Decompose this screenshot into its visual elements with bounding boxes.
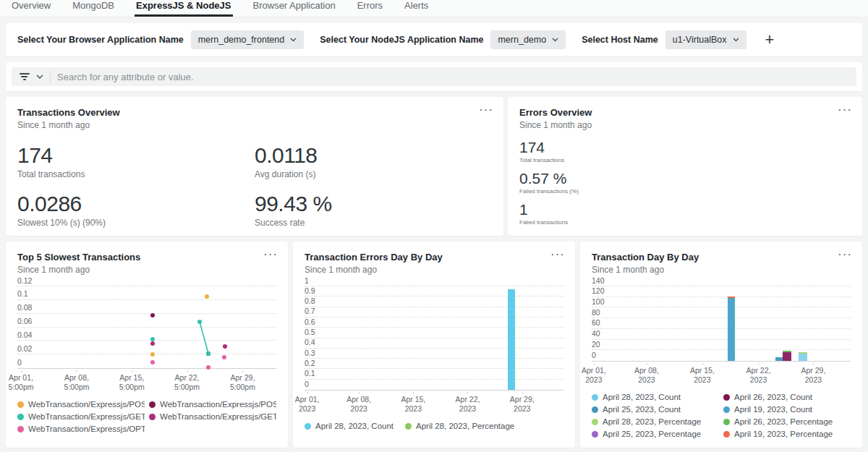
chart-point[interactable]: [223, 344, 227, 349]
card-menu-button[interactable]: ···: [263, 247, 278, 262]
search-input[interactable]: [57, 72, 849, 82]
x-axis-tick-label: Apr 22,5:00pm: [174, 373, 200, 392]
x-axis-tick-label: Apr 08,5:00pm: [64, 373, 89, 392]
metric-label: Failed transactions (%): [519, 188, 851, 195]
legend-color-dot: [149, 414, 156, 420]
chart-point[interactable]: [206, 351, 210, 356]
legend-item[interactable]: WebTransaction/Expressjs/POST//...: [17, 400, 145, 409]
y-axis-tick-label: 0.8: [305, 297, 315, 305]
legend-label: April 28, 2023, Percentage: [603, 417, 701, 426]
chart-gridline: [17, 354, 276, 354]
chart-bar-cap[interactable]: [728, 297, 735, 298]
card-menu-button[interactable]: ···: [479, 103, 493, 117]
tab-expressjs-nodejs[interactable]: ExpressJS & NodeJS: [135, 0, 233, 17]
legend-item[interactable]: April 28, 2023, Count: [305, 422, 393, 430]
legend-item[interactable]: WebTransaction/Expressjs/POST//r...: [149, 400, 276, 409]
chart-bar[interactable]: [508, 289, 515, 390]
legend-item[interactable]: WebTransaction/Expressjs/GET//re...: [149, 412, 276, 421]
chart-bar-cap[interactable]: [783, 351, 791, 351]
chart-bar[interactable]: [728, 298, 735, 361]
chart-point[interactable]: [150, 352, 155, 357]
nodejs-app-dropdown-value: mern_demo: [498, 35, 546, 45]
tab-errors[interactable]: Errors: [356, 0, 384, 17]
chart-bar[interactable]: [775, 357, 783, 361]
y-axis-tick-label: 40: [592, 330, 600, 338]
chart-point[interactable]: [150, 360, 155, 364]
transaction-errors-day-by-day-card: Transaction Errors Day By Day Since 1 mo…: [293, 242, 575, 448]
x-axis-tick-label: Apr 15,5:00pm: [119, 373, 145, 392]
scatter-plot-area: 00.020.040.060.080.10.12: [17, 286, 276, 369]
chart-gridline: [305, 307, 563, 307]
card-title: Top 5 Slowest Transactions: [17, 252, 276, 263]
chart-bar-cap[interactable]: [799, 352, 807, 353]
legend-item[interactable]: WebTransaction/Expressjs/GET//re...: [17, 412, 145, 421]
chart-point[interactable]: [197, 320, 202, 324]
browser-app-filter-label: Select Your Browser Application Name: [17, 35, 184, 45]
chevron-down-icon[interactable]: [36, 74, 43, 80]
filter-icon[interactable]: [19, 73, 30, 80]
chart-gridline: [592, 349, 851, 350]
legend-label: WebTransaction/Expressjs/POST//...: [28, 400, 145, 409]
legend-color-dot: [592, 419, 598, 425]
legend-item[interactable]: April 28, 2023, Count: [592, 393, 719, 401]
legend-item[interactable]: April 28, 2023, Percentage: [405, 422, 514, 430]
x-axis-tick-label: Apr 29,2023: [801, 366, 826, 385]
legend-label: WebTransaction/Expressjs/POST//r...: [160, 400, 276, 409]
card-title: Errors Overview: [519, 107, 851, 118]
metric-value: 174: [17, 143, 255, 167]
host-filter-group: Select Host Name u1-VirtualBox: [582, 30, 746, 49]
legend-item[interactable]: April 19, 2023, Percentage: [723, 430, 851, 438]
chart-point[interactable]: [150, 341, 155, 346]
metric-avg-duration: 0.0118 Avg duration (s): [255, 143, 492, 179]
y-axis-tick-label: 0.06: [17, 317, 32, 325]
card-menu-button[interactable]: ···: [838, 103, 852, 117]
chart-legend: April 28, 2023, CountApril 26, 2023, Cou…: [592, 393, 851, 438]
add-filter-button[interactable]: +: [762, 32, 778, 48]
chart-gridline: [17, 286, 276, 286]
tab-mongodb[interactable]: MongoDB: [71, 0, 116, 17]
card-menu-button[interactable]: ···: [838, 247, 852, 262]
legend-label: WebTransaction/Expressjs/OPTION...: [28, 425, 145, 433]
chart-gridline: [592, 307, 851, 307]
legend-color-dot: [592, 406, 598, 413]
legend-item[interactable]: WebTransaction/Expressjs/OPTION...: [17, 425, 145, 433]
legend-label: April 28, 2023, Percentage: [416, 422, 514, 430]
y-axis-tick-label: 0.3: [305, 349, 315, 357]
tab-overview[interactable]: Overview: [10, 0, 52, 17]
card-title: Transactions Overview: [17, 107, 492, 118]
y-axis-tick-label: 20: [592, 341, 600, 349]
search-input-wrap: [12, 67, 856, 86]
browser-app-dropdown[interactable]: mern_demo_frontend: [191, 30, 305, 49]
y-axis-tick-label: 60: [592, 319, 600, 327]
tab-browser-application[interactable]: Browser Application: [252, 0, 337, 17]
metric-label: Total transactions: [519, 157, 851, 163]
tab-alerts[interactable]: Alerts: [403, 0, 430, 17]
legend-item[interactable]: April 26, 2023, Percentage: [723, 417, 851, 426]
metric-failed-transactions-pct: 0.57 % Failed transactions (%): [519, 170, 851, 195]
legend-item[interactable]: April 19, 2023, Count: [723, 405, 851, 414]
chart-bar[interactable]: [799, 354, 807, 361]
legend-label: April 28, 2023, Count: [603, 393, 681, 401]
top5-slowest-transactions-card: Top 5 Slowest Transactions Since 1 month…: [6, 242, 288, 448]
legend-label: April 26, 2023, Count: [734, 393, 812, 401]
nodejs-app-dropdown[interactable]: mern_demo: [490, 30, 566, 49]
legend-item[interactable]: April 26, 2023, Count: [723, 393, 851, 401]
chart-point[interactable]: [205, 294, 209, 299]
chart-gridline: [17, 313, 276, 314]
chart-point[interactable]: [150, 313, 155, 317]
y-axis-tick-label: 0.5: [305, 328, 315, 336]
legend-color-dot: [723, 419, 730, 425]
card-subtitle: Since 1 month ago: [592, 265, 851, 275]
chart-point[interactable]: [206, 365, 210, 370]
legend-item[interactable]: April 25, 2023, Percentage: [592, 430, 719, 438]
chart-bar[interactable]: [783, 352, 791, 362]
x-axis-tick-label: Apr 29,5:00pm: [230, 373, 255, 392]
legend-item[interactable]: April 25, 2023, Count: [592, 405, 719, 414]
legend-color-dot: [723, 431, 730, 438]
host-dropdown[interactable]: u1-VirtualBox: [665, 30, 746, 49]
card-subtitle: Since 1 month ago: [17, 120, 492, 130]
chart-point[interactable]: [222, 355, 226, 359]
legend-item[interactable]: April 28, 2023, Percentage: [592, 417, 719, 426]
metric-total-transactions: 174 Total transactions: [519, 139, 851, 163]
card-menu-button[interactable]: ···: [550, 247, 565, 262]
